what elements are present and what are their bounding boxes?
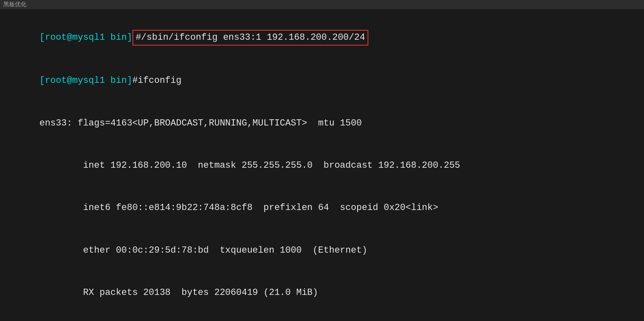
ens33-inet6: inet6 fe80::e814:9b22:748a:8cf8 prefixle… <box>7 187 637 229</box>
ens33-inet: inet 192.168.200.10 netmask 255.255.255.… <box>7 145 637 187</box>
prompt-1: [root@mysql1 bin] <box>39 32 132 43</box>
terminal-window: 黑板优化 [root@mysql1 bin]#/sbin/ifconfig en… <box>0 0 644 321</box>
ens33-rx-packets-text: RX packets 20138 bytes 22060419 (21.0 Mi… <box>39 287 318 298</box>
ens33-ether-text: ether 00:0c:29:5d:78:bd txqueuelen 1000 … <box>39 245 367 256</box>
ens33-rx-packets: RX packets 20138 bytes 22060419 (21.0 Mi… <box>7 272 637 314</box>
ens33-inet6-text: inet6 fe80::e814:9b22:748a:8cf8 prefixle… <box>39 203 438 213</box>
prompt-2: [root@mysql1 bin] <box>39 75 132 86</box>
terminal-content: [root@mysql1 bin]#/sbin/ifconfig ens33:1… <box>7 4 637 321</box>
title-text: 黑板优化 <box>3 1 26 8</box>
title-bar: 黑板优化 <box>0 0 644 9</box>
ens33-header-text: ens33: flags=4163<UP,BROADCAST,RUNNING,M… <box>39 118 362 128</box>
command-1-box: #/sbin/ifconfig ens33:1 192.168.200.200/… <box>132 30 369 46</box>
ens33-header: ens33: flags=4163<UP,BROADCAST,RUNNING,M… <box>7 102 637 145</box>
ens33-ether: ether 00:0c:29:5d:78:bd txqueuelen 1000 … <box>7 229 637 271</box>
command-2-text: #ifconfig <box>132 75 182 86</box>
ens33-inet-text: inet 192.168.200.10 netmask 255.255.255.… <box>39 160 460 171</box>
command-line-2: [root@mysql1 bin]#ifconfig <box>7 60 637 102</box>
ens33-rx-errors: RX errors 0 dropped 0 overruns 0 frame 0 <box>7 314 637 321</box>
command-line-1: [root@mysql1 bin]#/sbin/ifconfig ens33:1… <box>7 16 637 60</box>
command-1-text: #/sbin/ifconfig ens33:1 192.168.200.200/… <box>136 32 365 43</box>
